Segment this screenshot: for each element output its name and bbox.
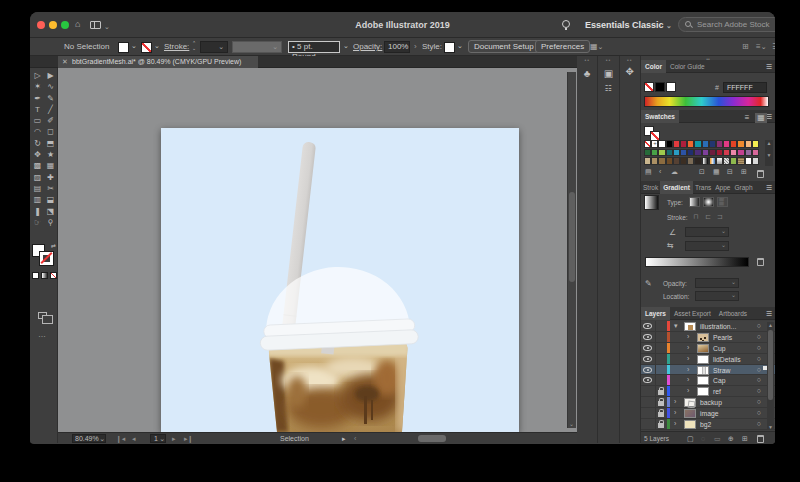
layer-row-bg2[interactable]: ›bg2○: [641, 419, 775, 430]
layer-row-image[interactable]: ›image○: [641, 408, 775, 419]
line-segment-tool[interactable]: ╱: [44, 104, 57, 115]
color-white-swatch[interactable]: [666, 82, 676, 92]
layer-row-straw[interactable]: ›Straw○: [641, 365, 775, 376]
tab-layers[interactable]: Layers: [641, 307, 670, 320]
close-document-icon[interactable]: ✕: [62, 56, 68, 68]
swatch-2-15[interactable]: [752, 157, 759, 165]
column-graph-tool[interactable]: ⬓: [44, 194, 57, 205]
color-themes-icon[interactable]: ☁: [671, 168, 678, 176]
expand-chevron-icon[interactable]: ›: [687, 333, 689, 340]
paintbrush-tool[interactable]: ✐: [44, 115, 57, 126]
color-spectrum-bar[interactable]: [644, 96, 769, 107]
swatch-0-11[interactable]: [723, 140, 730, 148]
type-tool[interactable]: T: [31, 104, 44, 115]
expand-chevron-icon[interactable]: ›: [687, 355, 689, 362]
pen-tool[interactable]: ✒: [31, 93, 44, 104]
layer-thumbnail[interactable]: [697, 387, 709, 396]
layer-name[interactable]: lidDetails: [713, 356, 741, 363]
swatch-0-3[interactable]: [666, 140, 673, 148]
swatch-0-4[interactable]: [673, 140, 680, 148]
swap-fill-stroke-icon[interactable]: ⇄: [51, 242, 56, 249]
swatch-1-8[interactable]: [702, 149, 709, 157]
swatch-0-6[interactable]: [687, 140, 694, 148]
layer-thumbnail[interactable]: [697, 366, 709, 375]
scale-tool[interactable]: ⬒: [44, 138, 57, 149]
eyedropper-tool[interactable]: ▤: [31, 183, 44, 194]
target-circle-icon[interactable]: ○: [757, 322, 761, 329]
swatch-1-14[interactable]: [745, 149, 752, 157]
swatch-2-6[interactable]: [687, 157, 694, 165]
style-swatch[interactable]: [444, 42, 455, 53]
hex-value-field[interactable]: FFFFFF: [723, 82, 767, 93]
fill-color-swatch[interactable]: [118, 42, 129, 53]
swatch-0-5[interactable]: [680, 140, 687, 148]
gradient-aspect-dropdown[interactable]: [685, 241, 729, 251]
brush-chevron-icon[interactable]: ⌄: [343, 42, 349, 50]
visibility-eye-icon[interactable]: [643, 334, 654, 341]
radial-gradient-button[interactable]: [703, 197, 714, 207]
swatch-1-4[interactable]: [673, 149, 680, 157]
swatch-2-5[interactable]: [680, 157, 687, 165]
layer-row-liddetails[interactable]: ›lidDetails○: [641, 354, 775, 365]
layer-name[interactable]: ref: [713, 388, 721, 395]
swatch-2-3[interactable]: [666, 157, 673, 165]
direct-selection-tool[interactable]: ▶: [44, 70, 57, 81]
new-sublayer-icon[interactable]: ⊕: [728, 435, 734, 443]
fill-chevron-icon[interactable]: ⌄: [131, 42, 137, 50]
swatch-options-icon[interactable]: ▦: [713, 168, 720, 176]
width-tool[interactable]: ✥: [31, 149, 44, 160]
swatch-0-14[interactable]: [745, 140, 752, 148]
preferences-button[interactable]: Preferences: [535, 40, 590, 53]
swatch-1-0[interactable]: [644, 149, 651, 157]
slice-tool[interactable]: ❚: [31, 206, 44, 217]
document-tab[interactable]: ✕ bbtGradientMesh.ai* @ 80.49% (CMYK/GPU…: [58, 56, 258, 68]
swatch-0-7[interactable]: [694, 140, 701, 148]
tab-appearance[interactable]: Appe: [713, 181, 732, 194]
freeform-gradient-button[interactable]: [717, 197, 728, 207]
swatch-1-3[interactable]: [666, 149, 673, 157]
artboard-tool[interactable]: ⬔: [44, 206, 57, 217]
layer-name[interactable]: bg2: [700, 421, 711, 428]
curvature-tool[interactable]: ✎: [44, 93, 57, 104]
prev-artboard-icon[interactable]: ◂: [132, 434, 136, 443]
layer-thumbnail[interactable]: [697, 333, 709, 342]
style-chevron-icon[interactable]: ⌄: [457, 42, 463, 50]
paint-none-button[interactable]: [50, 272, 57, 279]
swatch-2-2[interactable]: [658, 157, 665, 165]
expand-chevron-icon[interactable]: ▾: [674, 322, 678, 330]
new-swatch-icon[interactable]: ⊞: [741, 168, 747, 176]
opacity-more-icon[interactable]: ›: [414, 42, 417, 51]
lock-icon[interactable]: [658, 423, 664, 428]
swatch-2-14[interactable]: [745, 157, 752, 165]
swatch-2-8[interactable]: [702, 157, 709, 165]
perspective-grid-tool[interactable]: ▦: [44, 160, 57, 171]
gradient-thumbnail[interactable]: [644, 195, 659, 210]
layer-name[interactable]: Straw: [713, 367, 730, 374]
flower-icon[interactable]: ✥: [620, 66, 640, 77]
color-panel-menu-icon[interactable]: ☰: [766, 63, 772, 71]
swatch-1-12[interactable]: [730, 149, 737, 157]
grid-icon[interactable]: ☷: [598, 84, 618, 93]
layer-thumbnail[interactable]: [684, 322, 696, 331]
delete-layer-icon[interactable]: [757, 435, 764, 443]
zoom-tool[interactable]: ⚲: [44, 217, 57, 228]
target-circle-icon[interactable]: ○: [757, 376, 761, 383]
tab-graphic-styles[interactable]: Graph: [732, 181, 754, 194]
tab-color-guide[interactable]: Color Guide: [666, 60, 709, 73]
list-view-icon[interactable]: ≡: [741, 113, 753, 123]
stroke-proxy-swatch[interactable]: [40, 252, 53, 265]
layer-row-pearls[interactable]: ›Pearls○: [641, 332, 775, 343]
swatch-2-7[interactable]: [694, 157, 701, 165]
menu-lines-icon[interactable]: ☰: [772, 42, 775, 51]
layer-name[interactable]: Pearls: [713, 334, 732, 341]
layer-thumbnail[interactable]: [684, 420, 696, 429]
layers-scrollbar[interactable]: ▲ ▼: [767, 322, 774, 430]
visibility-eye-icon[interactable]: [643, 367, 654, 374]
gpu-performance-icon[interactable]: [562, 20, 570, 28]
mesh-tool[interactable]: ▨: [31, 172, 44, 183]
stroke-weight-label[interactable]: Stroke:: [164, 42, 189, 51]
grid-view-icon[interactable]: ▦: [755, 113, 767, 123]
paint-gradient-button[interactable]: [41, 272, 48, 279]
layer-row-ref[interactable]: ›ref○: [641, 386, 775, 397]
layer-thumbnail[interactable]: [684, 398, 696, 407]
